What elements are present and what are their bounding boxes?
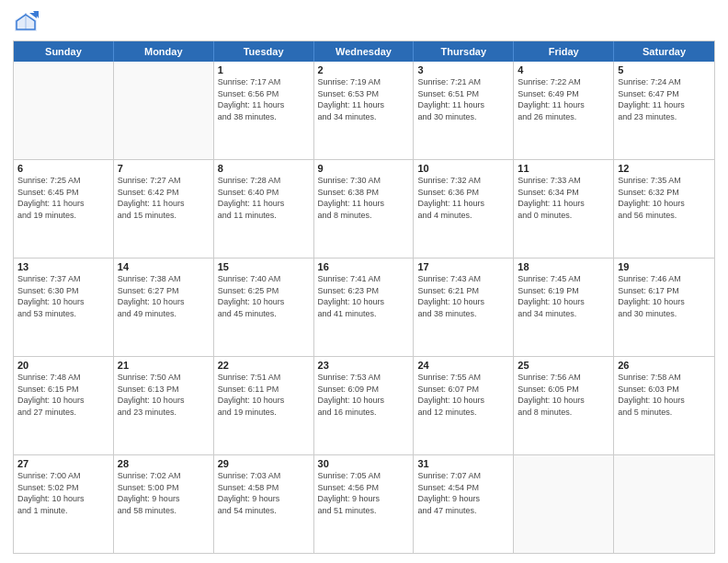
cell-line: Sunrise: 7:24 AM (618, 76, 711, 88)
cell-line: and 5 minutes. (618, 407, 711, 419)
cell-line: and 27 minutes. (17, 407, 109, 419)
cell-line: Sunset: 4:56 PM (318, 482, 410, 494)
cell-line: and 26 minutes. (518, 111, 609, 123)
cell-line: Daylight: 10 hours (218, 296, 310, 308)
weekday-header-friday: Friday (514, 41, 614, 62)
calendar-cell: 8Sunrise: 7:28 AMSunset: 6:40 PMDaylight… (214, 160, 314, 258)
cell-line: and 38 minutes. (218, 111, 310, 123)
cell-line: Sunrise: 7:32 AM (417, 175, 509, 187)
cell-line: Daylight: 10 hours (17, 296, 109, 308)
cell-line: Sunrise: 7:27 AM (118, 175, 210, 187)
cell-line: Daylight: 11 hours (518, 198, 609, 210)
calendar-cell: 2Sunrise: 7:19 AMSunset: 6:53 PMDaylight… (314, 62, 415, 159)
cell-line: Sunrise: 7:02 AM (118, 470, 210, 482)
cell-line: and 8 minutes. (518, 407, 609, 419)
calendar-cell: 7Sunrise: 7:27 AMSunset: 6:42 PMDaylight… (114, 160, 214, 258)
cell-line: Sunrise: 7:41 AM (318, 273, 410, 285)
cell-line: Daylight: 11 hours (17, 198, 109, 210)
day-number: 8 (218, 163, 310, 174)
cell-line: Sunset: 6:47 PM (618, 88, 711, 100)
cell-line: Sunset: 5:02 PM (17, 482, 109, 494)
cell-line: Sunrise: 7:03 AM (218, 470, 310, 482)
calendar-cell: 4Sunrise: 7:22 AMSunset: 6:49 PMDaylight… (514, 62, 614, 159)
cell-line: Sunrise: 7:30 AM (318, 175, 410, 187)
day-number: 4 (518, 64, 609, 75)
cell-line: and 4 minutes. (417, 210, 509, 222)
calendar-row-4: 27Sunrise: 7:00 AMSunset: 5:02 PMDayligh… (14, 454, 714, 553)
cell-line: Sunset: 6:51 PM (417, 88, 509, 100)
cell-line: Sunrise: 7:05 AM (318, 470, 410, 482)
day-number: 14 (118, 261, 210, 272)
calendar-cell: 25Sunrise: 7:56 AMSunset: 6:05 PMDayligh… (514, 357, 614, 454)
cell-line: Sunset: 5:00 PM (118, 482, 210, 494)
day-number: 9 (318, 163, 410, 174)
calendar-cell: 1Sunrise: 7:17 AMSunset: 6:56 PMDaylight… (214, 62, 314, 159)
cell-line: Daylight: 10 hours (518, 395, 609, 407)
cell-line: Daylight: 10 hours (218, 395, 310, 407)
cell-line: Daylight: 10 hours (17, 395, 109, 407)
weekday-header-saturday: Saturday (614, 41, 714, 62)
cell-line: Daylight: 11 hours (318, 198, 410, 210)
day-number: 7 (118, 163, 210, 174)
day-number: 27 (17, 458, 109, 469)
calendar-cell: 31Sunrise: 7:07 AMSunset: 4:54 PMDayligh… (414, 455, 514, 553)
cell-line: and 34 minutes. (318, 111, 410, 123)
calendar-body: 1Sunrise: 7:17 AMSunset: 6:56 PMDaylight… (14, 62, 714, 553)
cell-line: and 19 minutes. (218, 407, 310, 419)
cell-line: Sunset: 6:23 PM (318, 285, 410, 297)
weekday-header-thursday: Thursday (414, 41, 514, 62)
cell-line: Sunrise: 7:43 AM (417, 273, 509, 285)
cell-line: Sunset: 6:03 PM (618, 384, 711, 396)
calendar-cell: 9Sunrise: 7:30 AMSunset: 6:38 PMDaylight… (314, 160, 415, 258)
cell-line: Daylight: 11 hours (318, 99, 410, 111)
calendar-cell: 26Sunrise: 7:58 AMSunset: 6:03 PMDayligh… (614, 357, 714, 454)
day-number: 24 (417, 360, 509, 371)
calendar-cell (514, 455, 614, 553)
cell-line: Sunset: 6:27 PM (118, 285, 210, 297)
cell-line: and 30 minutes. (417, 111, 509, 123)
cell-line: Sunrise: 7:00 AM (17, 470, 109, 482)
day-number: 23 (318, 360, 410, 371)
cell-line: Sunrise: 7:48 AM (17, 372, 109, 384)
calendar-cell: 29Sunrise: 7:03 AMSunset: 4:58 PMDayligh… (214, 455, 314, 553)
cell-line: Sunset: 6:38 PM (318, 187, 410, 199)
cell-line: Sunset: 6:09 PM (318, 384, 410, 396)
calendar-row-1: 6Sunrise: 7:25 AMSunset: 6:45 PMDaylight… (14, 159, 714, 258)
day-number: 17 (417, 261, 509, 272)
weekday-header-monday: Monday (114, 41, 214, 62)
calendar-cell: 13Sunrise: 7:37 AMSunset: 6:30 PMDayligh… (14, 259, 114, 356)
calendar-cell: 20Sunrise: 7:48 AMSunset: 6:15 PMDayligh… (14, 357, 114, 454)
cell-line: Sunrise: 7:17 AM (218, 76, 310, 88)
cell-line: Sunset: 6:17 PM (618, 285, 711, 297)
logo (13, 9, 42, 35)
day-number: 19 (618, 261, 711, 272)
cell-line: and 54 minutes. (218, 505, 310, 517)
page: SundayMondayTuesdayWednesdayThursdayFrid… (0, 0, 728, 563)
cell-line: and 1 minute. (17, 505, 109, 517)
cell-line: and 30 minutes. (618, 308, 711, 320)
cell-line: Sunrise: 7:46 AM (618, 273, 711, 285)
cell-line: Sunrise: 7:22 AM (518, 76, 609, 88)
cell-line: Sunrise: 7:19 AM (318, 76, 410, 88)
cell-line: and 41 minutes. (318, 308, 410, 320)
calendar-cell: 18Sunrise: 7:45 AMSunset: 6:19 PMDayligh… (514, 259, 614, 356)
calendar-cell: 22Sunrise: 7:51 AMSunset: 6:11 PMDayligh… (214, 357, 314, 454)
calendar-row-3: 20Sunrise: 7:48 AMSunset: 6:15 PMDayligh… (14, 356, 714, 454)
calendar-cell: 17Sunrise: 7:43 AMSunset: 6:21 PMDayligh… (414, 259, 514, 356)
calendar-cell: 12Sunrise: 7:35 AMSunset: 6:32 PMDayligh… (614, 160, 714, 258)
cell-line: Daylight: 10 hours (318, 296, 410, 308)
cell-line: Daylight: 11 hours (218, 99, 310, 111)
calendar-cell (114, 62, 214, 159)
cell-line: and 58 minutes. (118, 505, 210, 517)
cell-line: and 19 minutes. (17, 210, 109, 222)
cell-line: and 16 minutes. (318, 407, 410, 419)
day-number: 10 (417, 163, 509, 174)
cell-line: Daylight: 10 hours (618, 395, 711, 407)
day-number: 15 (218, 261, 310, 272)
cell-line: and 51 minutes. (318, 505, 410, 517)
cell-line: Daylight: 10 hours (618, 296, 711, 308)
cell-line: Sunset: 6:11 PM (218, 384, 310, 396)
calendar-cell: 23Sunrise: 7:53 AMSunset: 6:09 PMDayligh… (314, 357, 415, 454)
calendar-cell: 6Sunrise: 7:25 AMSunset: 6:45 PMDaylight… (14, 160, 114, 258)
day-number: 13 (17, 261, 109, 272)
